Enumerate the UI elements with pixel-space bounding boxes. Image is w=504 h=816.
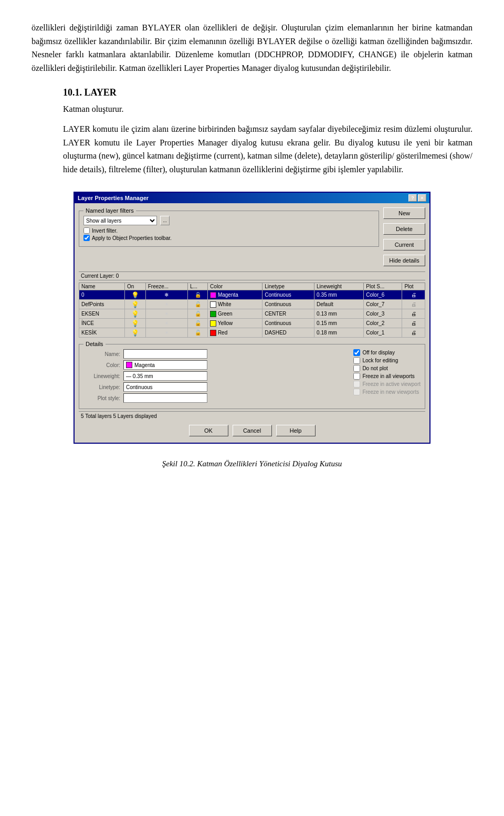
layer-lock[interactable]: 🔓 bbox=[188, 319, 208, 328]
dialog-titlebar: Layer Properties Manager ? × bbox=[75, 193, 429, 203]
filter-group-legend: Named layer filters bbox=[83, 207, 136, 214]
layer-color[interactable]: Green bbox=[208, 309, 262, 319]
named-layer-filters-group: Named layer filters Show all layers ... … bbox=[79, 207, 379, 247]
details-layout: Name: Color: Magenta Lineweight: bbox=[83, 349, 421, 404]
linetype-value[interactable]: Continuous bbox=[123, 382, 207, 392]
table-row[interactable]: DefPoints💡☀🔓 WhiteContinuousDefaultColor… bbox=[79, 300, 425, 309]
table-row[interactable]: EKSEN💡☀🔓 GreenCENTER0.13 mmColor_3🖨 bbox=[79, 309, 425, 319]
detail-checkbox[interactable] bbox=[353, 373, 360, 380]
layer-plotstyle[interactable]: Color_6 bbox=[364, 290, 402, 300]
layer-freeze[interactable]: ❄ bbox=[145, 290, 187, 300]
dialog-body: Named layer filters Show all layers ... … bbox=[75, 203, 429, 443]
help-button[interactable]: Help bbox=[276, 425, 316, 436]
layer-lineweight[interactable]: Default bbox=[314, 300, 364, 309]
close-titlebar-button[interactable]: × bbox=[418, 194, 426, 202]
layer-lineweight[interactable]: 0.15 mm bbox=[314, 319, 364, 328]
color-value-text: Magenta bbox=[134, 362, 155, 368]
layer-plotstyle[interactable]: Color_7 bbox=[364, 300, 402, 309]
current-button[interactable]: Current bbox=[383, 239, 425, 250]
layer-freeze[interactable]: ☀ bbox=[145, 328, 187, 338]
color-value-box[interactable]: Magenta bbox=[123, 360, 207, 370]
invert-filter-checkbox[interactable] bbox=[83, 227, 90, 234]
plotstyle-value[interactable] bbox=[123, 393, 207, 403]
details-legend: Details bbox=[83, 341, 106, 347]
table-header-row: Name On Freeze... L... Color Linetype Li… bbox=[79, 283, 425, 290]
layer-lineweight[interactable]: 0.35 mm bbox=[314, 290, 364, 300]
layer-lock[interactable]: 🔓 bbox=[188, 300, 208, 309]
detail-checkbox[interactable] bbox=[353, 349, 360, 356]
detail-checkbox[interactable] bbox=[353, 365, 360, 372]
layer-table: Name On Freeze... L... Color Linetype Li… bbox=[79, 283, 425, 338]
layer-freeze[interactable]: ☀ bbox=[145, 319, 187, 328]
layer-color[interactable]: Magenta bbox=[208, 290, 262, 300]
delete-button[interactable]: Delete bbox=[383, 223, 425, 235]
layer-on[interactable]: 💡 bbox=[124, 328, 145, 338]
detail-checkbox[interactable] bbox=[353, 381, 360, 388]
layer-on[interactable]: 💡 bbox=[124, 319, 145, 328]
status-bar: 5 Total layers 5 Layers displayed bbox=[79, 411, 425, 421]
layer-plot[interactable]: 🖨 bbox=[402, 290, 425, 300]
layer-lineweight[interactable]: 0.13 mm bbox=[314, 309, 364, 319]
ok-button[interactable]: OK bbox=[189, 425, 228, 436]
layer-linetype[interactable]: CENTER bbox=[262, 309, 314, 319]
invert-filter-row: Invert filter. bbox=[83, 227, 374, 234]
layer-plotstyle[interactable]: Color_3 bbox=[364, 309, 402, 319]
layer-linetype[interactable]: Continuous bbox=[262, 290, 314, 300]
name-label: Name: bbox=[83, 351, 120, 357]
detail-checkbox[interactable] bbox=[353, 357, 360, 364]
layer-name: DefPoints bbox=[79, 300, 125, 309]
hide-details-button[interactable]: Hide details bbox=[383, 255, 425, 266]
detail-check-label: Off for display bbox=[362, 350, 395, 355]
help-titlebar-button[interactable]: ? bbox=[408, 194, 417, 202]
layer-lineweight[interactable]: 0.18 mm bbox=[314, 328, 364, 338]
detail-check-row: Lock for editing bbox=[353, 357, 421, 364]
new-button[interactable]: New bbox=[383, 207, 425, 219]
name-value[interactable] bbox=[123, 349, 207, 359]
layer-linetype[interactable]: Continuous bbox=[262, 300, 314, 309]
detail-check-row: Off for display bbox=[353, 349, 421, 356]
current-layer-bar: Current Layer: 0 bbox=[79, 271, 425, 280]
apply-toolbar-checkbox[interactable] bbox=[83, 235, 90, 241]
lineweight-value[interactable]: — 0.35 mm bbox=[123, 371, 207, 381]
table-row[interactable]: KESİK💡☀🔓 RedDASHED0.18 mmColor_1🖨 bbox=[79, 328, 425, 338]
details-lineweight-row: Lineweight: — 0.35 mm bbox=[83, 371, 338, 381]
layer-plot[interactable]: 🖨 bbox=[402, 328, 425, 338]
layer-lock[interactable]: 🔓 bbox=[188, 309, 208, 319]
detail-checkbox[interactable] bbox=[353, 389, 360, 395]
filter-browse-button[interactable]: ... bbox=[160, 216, 170, 225]
dialog-container: Layer Properties Manager ? × Named layer… bbox=[32, 192, 472, 444]
layer-plotstyle[interactable]: Color_1 bbox=[364, 328, 402, 338]
layer-color[interactable]: Red bbox=[208, 328, 262, 338]
col-plotstyle: Plot S... bbox=[364, 283, 402, 290]
table-row[interactable]: İNCE💡☀🔓 YellowContinuous0.15 mmColor_2🖨 bbox=[79, 319, 425, 328]
layer-color[interactable]: White bbox=[208, 300, 262, 309]
col-color: Color bbox=[208, 283, 262, 290]
layer-freeze[interactable]: ☀ bbox=[145, 309, 187, 319]
cancel-button[interactable]: Cancel bbox=[233, 425, 272, 436]
layer-plot[interactable]: 🖨 bbox=[402, 300, 425, 309]
layer-plot[interactable]: 🖨 bbox=[402, 319, 425, 328]
apply-toolbar-row: Apply to Object Properties toolbar. bbox=[83, 235, 374, 241]
layer-on[interactable]: 💡 bbox=[124, 300, 145, 309]
layer-freeze[interactable]: ☀ bbox=[145, 300, 187, 309]
layer-plotstyle[interactable]: Color_2 bbox=[364, 319, 402, 328]
table-row[interactable]: 0💡❄🔓 MagentaContinuous0.35 mmColor_6🖨 bbox=[79, 290, 425, 300]
layer-linetype[interactable]: DASHED bbox=[262, 328, 314, 338]
titlebar-icons: ? × bbox=[408, 194, 426, 202]
dialog-caption: Şekil 10.2. Katman Özellikleri Yöneticis… bbox=[32, 459, 472, 468]
layer-color[interactable]: Yellow bbox=[208, 319, 262, 328]
color-label: Color: bbox=[83, 362, 120, 368]
layer-lock[interactable]: 🔓 bbox=[188, 290, 208, 300]
filter-select[interactable]: Show all layers bbox=[83, 216, 157, 225]
col-lineweight: Lineweight bbox=[314, 283, 364, 290]
details-plotstyle-row: Plot style: bbox=[83, 393, 338, 403]
ok-cancel-row: OK Cancel Help bbox=[79, 425, 425, 438]
layer-lock[interactable]: 🔓 bbox=[188, 328, 208, 338]
layer-on[interactable]: 💡 bbox=[124, 290, 145, 300]
layer-plot[interactable]: 🖨 bbox=[402, 309, 425, 319]
layer-on[interactable]: 💡 bbox=[124, 309, 145, 319]
intro-paragraph: özellikleri değiştirildiği zaman BYLAYER… bbox=[32, 21, 472, 75]
sub-paragraph-2: LAYER komutu ile çizim alanı üzerine bir… bbox=[63, 122, 472, 176]
layer-linetype[interactable]: Continuous bbox=[262, 319, 314, 328]
filter-row: Show all layers ... bbox=[83, 216, 374, 225]
